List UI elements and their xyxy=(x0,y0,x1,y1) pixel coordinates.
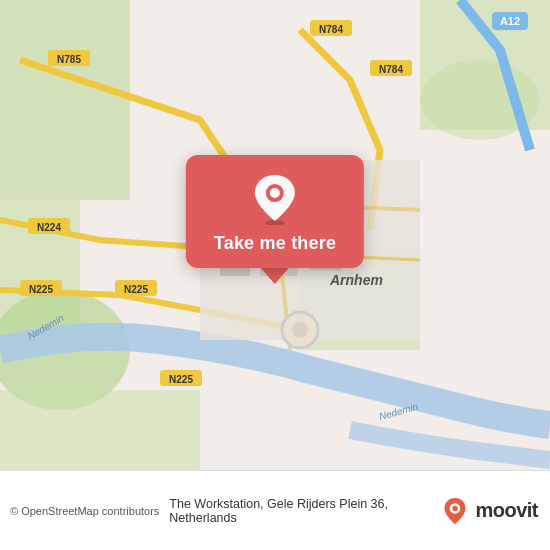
map-container[interactable]: N785 N784 N784 A12 N224 N225 N225 N225 xyxy=(0,0,550,470)
svg-text:A12: A12 xyxy=(500,15,520,27)
copyright-text: © OpenStreetMap contributors xyxy=(10,505,159,517)
svg-text:N225: N225 xyxy=(169,374,193,385)
svg-point-47 xyxy=(270,188,280,198)
moovit-wordmark: moovit xyxy=(475,499,538,522)
app: N785 N784 N784 A12 N224 N225 N225 N225 xyxy=(0,0,550,550)
moovit-logo: moovit xyxy=(441,497,538,525)
location-pin-icon xyxy=(253,173,297,225)
take-me-there-button[interactable]: Take me there xyxy=(214,233,336,254)
svg-point-44 xyxy=(292,322,308,338)
moovit-pin-icon xyxy=(441,497,469,525)
svg-text:N784: N784 xyxy=(379,64,403,75)
svg-text:N225: N225 xyxy=(29,284,53,295)
location-text: The Workstation, Gele Rijders Plein 36, … xyxy=(169,497,431,525)
popup-arrow xyxy=(261,268,289,284)
svg-rect-6 xyxy=(0,390,200,470)
svg-rect-1 xyxy=(0,0,130,200)
svg-text:N224: N224 xyxy=(37,222,61,233)
popup-box: Take me there xyxy=(186,155,364,268)
svg-text:N784: N784 xyxy=(319,24,343,35)
footer: © OpenStreetMap contributors The Worksta… xyxy=(0,470,550,550)
svg-point-49 xyxy=(453,505,458,510)
svg-text:N225: N225 xyxy=(124,284,148,295)
map-popup: Take me there xyxy=(186,155,364,284)
svg-text:N785: N785 xyxy=(57,54,81,65)
